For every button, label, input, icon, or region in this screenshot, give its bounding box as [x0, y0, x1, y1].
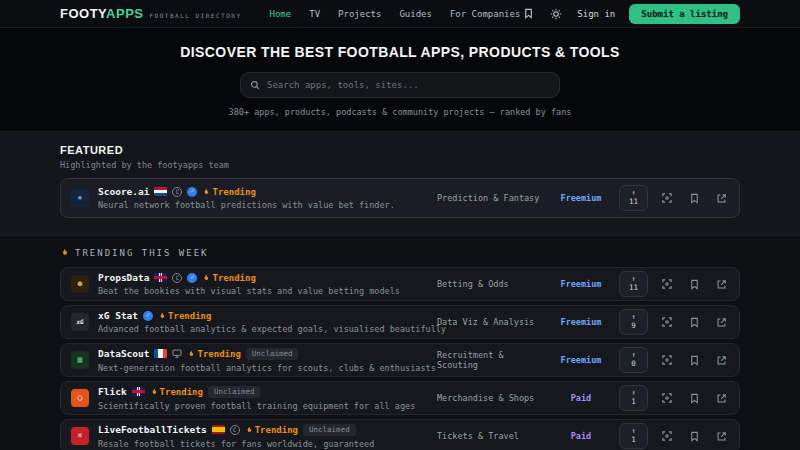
up-arrow-icon: ↑: [631, 314, 635, 321]
listing-category: Prediction & Fantasy: [437, 193, 543, 203]
up-arrow-icon: ↑: [631, 390, 635, 397]
expand-icon[interactable]: [659, 314, 675, 330]
listing-name[interactable]: Scoore.ai: [98, 186, 149, 197]
nav-item-home[interactable]: Home: [270, 9, 292, 19]
bookmark-icon[interactable]: [686, 190, 702, 206]
listing-card[interactable]: xG xG Stat ✓ Trending Advanced football …: [60, 305, 740, 339]
site-logo[interactable]: FOOTYAPPS FOOTBALL DIRECTORY: [60, 6, 242, 21]
bookmark-icon[interactable]: [686, 428, 702, 444]
trending-badge: Trending: [150, 387, 203, 397]
expand-icon[interactable]: [659, 352, 675, 368]
upvote-button[interactable]: ↑ 9: [619, 309, 648, 335]
main-nav: HomeTVProjectsGuidesFor Companies: [270, 9, 521, 19]
submit-listing-button[interactable]: Submit a listing: [629, 4, 740, 24]
vote-count: 1: [631, 436, 636, 444]
listing-name[interactable]: PropsData: [98, 272, 149, 283]
listing-category: Betting & Odds: [437, 279, 543, 289]
listing-description: Next-generation football analytics for s…: [98, 363, 436, 373]
monitor-icon: [172, 349, 182, 358]
upvote-button[interactable]: ↑ 0: [619, 347, 648, 373]
nav-item-tv[interactable]: TV: [309, 9, 320, 19]
bookmark-icon[interactable]: [686, 390, 702, 406]
pricing-badge: Freemium: [554, 355, 608, 365]
listing-category: Data Viz & Analysis: [437, 317, 543, 327]
nav-item-projects[interactable]: Projects: [338, 9, 381, 19]
listing-card[interactable]: ▦ DataScout Trending Unclaimed N: [60, 343, 740, 377]
verified-badge-icon: ✓: [143, 311, 153, 321]
hero-subtitle: 380+ apps, products, podcasts & communit…: [0, 107, 800, 117]
pricing-badge: Freemium: [554, 317, 608, 327]
upvote-button[interactable]: ↑ 1: [619, 385, 648, 411]
pricing-badge: Paid: [554, 393, 608, 403]
copyright-badge-icon: C: [230, 425, 240, 435]
external-link-icon[interactable]: [713, 352, 729, 368]
search-bar[interactable]: [240, 72, 560, 98]
expand-icon[interactable]: [659, 428, 675, 444]
external-link-icon[interactable]: [713, 276, 729, 292]
trending-badge: Trending: [187, 349, 240, 359]
flame-icon: [158, 311, 166, 321]
nav-item-guides[interactable]: Guides: [399, 9, 432, 19]
upvote-button[interactable]: ↑ 1: [619, 423, 648, 449]
expand-icon[interactable]: [659, 390, 675, 406]
top-navigation-bar: FOOTYAPPS FOOTBALL DIRECTORY HomeTVProje…: [0, 0, 800, 28]
app-logo: ×: [71, 427, 89, 445]
external-link-icon[interactable]: [713, 428, 729, 444]
up-arrow-icon: ↑: [631, 276, 635, 283]
vote-count: 11: [629, 198, 638, 206]
sign-in-link[interactable]: Sign in: [577, 9, 615, 19]
listing-card[interactable]: ▪ Scoore.ai C ✓ Trending Neural network …: [60, 178, 740, 218]
listing-description: Beat the bookies with visual stats and v…: [98, 286, 400, 296]
listing-card[interactable]: ● PropsData C ✓ Trending Beat the bookie…: [60, 267, 740, 301]
bookmark-icon[interactable]: [521, 7, 535, 21]
vote-count: 9: [631, 322, 636, 330]
copyright-badge-icon: C: [172, 187, 182, 197]
listing-card[interactable]: × LiveFootballTickets C Trending Unclaim…: [60, 419, 740, 450]
trending-heading: TRENDING THIS WEEK: [60, 247, 740, 258]
external-link-icon[interactable]: [713, 390, 729, 406]
logo-text: FOOTYAPPS: [60, 6, 144, 21]
theme-toggle-sun-icon[interactable]: [549, 7, 563, 21]
upvote-button[interactable]: ↑ 11: [619, 185, 648, 211]
listing-name[interactable]: LiveFootballTickets: [98, 424, 207, 435]
listing-category: Merchandise & Shops: [437, 393, 543, 403]
trending-badge: Trending: [202, 273, 255, 283]
listing-name[interactable]: Flick: [98, 386, 127, 397]
listing-description: Scientifically proven football training …: [98, 401, 415, 411]
external-link-icon[interactable]: [713, 190, 729, 206]
bookmark-icon[interactable]: [686, 314, 702, 330]
trending-badge: Trending: [202, 187, 255, 197]
featured-section: FEATURED Highlighted by the footyapps te…: [0, 132, 800, 236]
country-flag-icon: [132, 387, 145, 396]
listing-card[interactable]: ○ Flick Trending Unclaimed Scientificall…: [60, 381, 740, 415]
country-flag-icon: [154, 187, 167, 196]
search-input[interactable]: [267, 80, 550, 90]
listing-category: Recruitment & Scouting: [437, 350, 543, 370]
unclaimed-badge: Unclaimed: [246, 348, 299, 360]
listing-name[interactable]: DataScout: [98, 348, 149, 359]
nav-item-for-companies[interactable]: For Companies: [450, 9, 520, 19]
expand-icon[interactable]: [659, 190, 675, 206]
unclaimed-badge: Unclaimed: [303, 424, 356, 436]
country-flag-icon: [154, 349, 167, 358]
logo-tagline: FOOTBALL DIRECTORY: [150, 12, 242, 19]
country-flag-icon: [212, 425, 225, 434]
app-logo: ▦: [71, 351, 89, 369]
listing-category: Tickets & Travel: [437, 431, 543, 441]
vote-count: 0: [631, 360, 636, 368]
bookmark-icon[interactable]: [686, 352, 702, 368]
featured-subtitle: Highlighted by the footyapps team: [60, 160, 740, 170]
vote-count: 11: [629, 284, 638, 292]
upvote-button[interactable]: ↑ 11: [619, 271, 648, 297]
trending-section: TRENDING THIS WEEK ● PropsData C ✓ Trend…: [0, 236, 800, 450]
flame-icon: [60, 247, 69, 258]
listing-description: Resale football tickets for fans worldwi…: [98, 439, 374, 449]
listing-description: Neural network football predictions with…: [98, 200, 395, 210]
up-arrow-icon: ↑: [631, 352, 635, 359]
expand-icon[interactable]: [659, 276, 675, 292]
bookmark-icon[interactable]: [686, 276, 702, 292]
external-link-icon[interactable]: [713, 314, 729, 330]
app-logo: xG: [71, 313, 89, 331]
featured-title: FEATURED: [60, 144, 740, 156]
listing-name[interactable]: xG Stat: [98, 310, 138, 321]
